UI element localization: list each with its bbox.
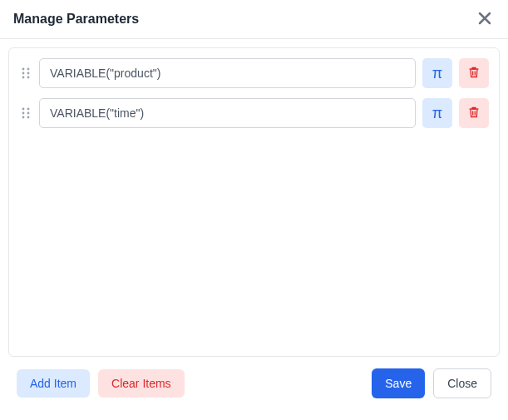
close-button[interactable]: Close — [433, 368, 491, 398]
save-button[interactable]: Save — [372, 368, 425, 398]
delete-button[interactable] — [459, 98, 489, 128]
close-icon[interactable] — [475, 10, 495, 28]
svg-point-5 — [27, 77, 30, 79]
drag-handle-icon[interactable] — [19, 106, 32, 120]
manage-parameters-dialog: Manage Parameters π — [0, 0, 508, 420]
drag-handle-icon[interactable] — [19, 67, 32, 80]
svg-point-10 — [22, 116, 25, 119]
footer-left-group: Add Item Clear Items — [17, 369, 185, 398]
dialog-footer: Add Item Clear Items Save Close — [8, 357, 500, 412]
dialog-content: π — [0, 39, 508, 420]
add-item-button[interactable]: Add Item — [17, 369, 90, 398]
parameter-row: π — [19, 98, 489, 128]
pi-icon: π — [432, 105, 442, 122]
svg-point-11 — [27, 116, 30, 119]
parameter-input[interactable] — [39, 58, 416, 88]
svg-point-3 — [27, 72, 30, 75]
svg-point-8 — [22, 112, 25, 115]
trash-icon — [467, 106, 481, 121]
dialog-header: Manage Parameters — [0, 0, 508, 39]
pi-icon: π — [432, 65, 442, 82]
svg-point-7 — [27, 108, 30, 111]
parameter-input[interactable] — [39, 98, 416, 128]
trash-icon — [467, 66, 481, 82]
svg-point-0 — [22, 68, 25, 71]
parameter-row: π — [19, 58, 489, 88]
formula-button[interactable]: π — [422, 98, 452, 128]
svg-point-6 — [22, 108, 25, 111]
footer-right-group: Save Close — [372, 368, 491, 398]
clear-items-button[interactable]: Clear Items — [98, 369, 185, 398]
svg-point-4 — [22, 77, 25, 79]
items-panel: π — [8, 47, 500, 357]
svg-point-2 — [22, 72, 25, 75]
dialog-title: Manage Parameters — [13, 12, 139, 27]
delete-button[interactable] — [459, 58, 489, 88]
svg-point-9 — [27, 112, 30, 115]
svg-point-1 — [27, 68, 30, 71]
formula-button[interactable]: π — [422, 58, 452, 88]
